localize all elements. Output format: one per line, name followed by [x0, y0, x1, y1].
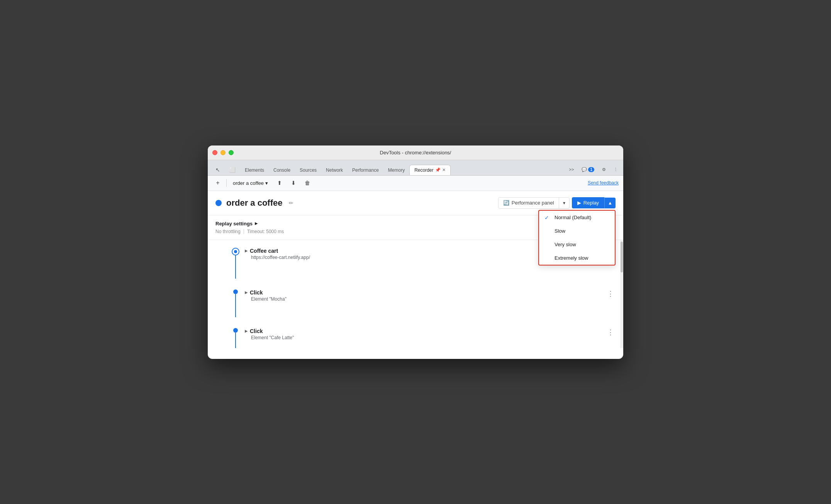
dropdown-item-extremely-slow[interactable]: Extremely slow — [539, 251, 615, 265]
step-2-timeline — [231, 289, 240, 317]
performance-tab-label: Performance — [352, 167, 379, 173]
perf-panel-icon: 🔄 — [503, 200, 509, 206]
perf-panel-label: Performance panel — [512, 200, 554, 206]
scrollbar[interactable] — [620, 240, 623, 348]
recording-name: order a coffee — [233, 180, 264, 186]
checkmark-icon: ✓ — [544, 215, 549, 221]
replay-label: Replay — [583, 200, 599, 206]
toolbar-divider — [226, 179, 227, 187]
step-2-title-row: ▶ Click — [245, 289, 605, 296]
dropdown-item-normal[interactable]: ✓ Normal (Default) — [539, 211, 615, 224]
step-1-expand-icon[interactable]: ▶ — [245, 249, 248, 253]
tab-bar-right: >> 💬 1 ⚙ ⋮ — [567, 166, 620, 175]
recording-selector[interactable]: order a coffee ▾ — [230, 179, 271, 188]
edit-title-icon[interactable]: ✏ — [289, 200, 293, 206]
step-3-title: Click — [250, 328, 263, 334]
add-icon: + — [216, 179, 219, 186]
tab-recorder[interactable]: Recorder 📌 ✕ — [409, 165, 450, 175]
dropdown-item-very-slow[interactable]: Very slow — [539, 238, 615, 251]
tab-memory[interactable]: Memory — [383, 165, 409, 175]
dropdown-slow-label: Slow — [555, 228, 565, 234]
pin-icon: 📌 — [435, 167, 441, 173]
close-tab-icon[interactable]: ✕ — [442, 167, 446, 173]
scrollbar-thumb[interactable] — [621, 242, 623, 272]
chat-icon: 💬 — [582, 167, 587, 172]
settings-expand-icon: ▶ — [255, 222, 258, 225]
step-3-timeline — [231, 328, 240, 348]
recording-indicator — [215, 200, 222, 206]
step-3-more-button[interactable]: ⋮ — [605, 328, 616, 337]
dropdown-arrow-icon: ▾ — [265, 180, 268, 186]
step-row-2: ▶ Click Element "Mocha" ⋮ — [231, 289, 616, 317]
title-bar: DevTools - chrome://extensions/ — [208, 145, 623, 160]
devtools-window: DevTools - chrome://extensions/ ↖ ⬜ Elem… — [208, 145, 623, 359]
step-row-3: ▶ Click Element "Cafe Latte" ⋮ — [231, 328, 616, 348]
step-3-subtitle: Element "Cafe Latte" — [251, 335, 605, 340]
step-2-line — [235, 294, 236, 317]
step-2-more-button[interactable]: ⋮ — [605, 289, 616, 298]
perf-dropdown-arrow-icon: ▾ — [563, 200, 565, 206]
step-3-expand-icon[interactable]: ▶ — [245, 329, 248, 333]
replay-button[interactable]: ▶ Replay — [572, 197, 604, 208]
recorder-tab-label: Recorder — [414, 167, 433, 173]
performance-panel-button[interactable]: 🔄 Performance panel — [499, 198, 559, 208]
inspect-icon: ⬜ — [229, 167, 236, 173]
step-3-line — [235, 333, 236, 348]
replay-dropdown-arrow-icon: ▲ — [608, 200, 612, 206]
cursor-icon: ↖ — [215, 167, 220, 173]
close-button[interactable] — [212, 150, 217, 155]
main-content: order a coffee ✏ 🔄 Performance panel ▾ — [208, 191, 623, 348]
timeout-label: Timeout: 5000 ms — [247, 229, 284, 234]
network-tab-label: Network — [326, 167, 343, 173]
import-button[interactable]: ⬇ — [288, 178, 299, 188]
export-button[interactable]: ⬆ — [274, 178, 285, 188]
recorder-toolbar: + order a coffee ▾ ⬆ ⬇ 🗑 Send feedback — [208, 176, 623, 191]
send-feedback-link[interactable]: Send feedback — [588, 180, 619, 186]
dropdown-item-slow[interactable]: Slow — [539, 224, 615, 238]
console-tab-label: Console — [273, 167, 290, 173]
maximize-button[interactable] — [229, 150, 234, 155]
tab-bar: ↖ ⬜ Elements Console Sources Network Per… — [208, 160, 623, 176]
window-title: DevTools - chrome://extensions/ — [380, 150, 451, 156]
dropdown-normal-label: Normal (Default) — [555, 215, 591, 220]
delete-icon: 🗑 — [305, 180, 310, 186]
tab-sources[interactable]: Sources — [295, 165, 321, 175]
header-actions: 🔄 Performance panel ▾ ▶ Replay ▲ — [498, 197, 616, 209]
tab-performance[interactable]: Performance — [348, 165, 383, 175]
step-2-content: ▶ Click Element "Mocha" — [245, 289, 605, 302]
settings-button[interactable]: ⚙ — [600, 166, 608, 174]
more-options-icon: ⋮ — [614, 167, 618, 172]
tab-network[interactable]: Network — [321, 165, 348, 175]
chat-button[interactable]: 💬 1 — [579, 166, 597, 174]
perf-panel-dropdown-button[interactable]: ▾ — [559, 198, 569, 208]
step-1-title: Coffee cart — [250, 248, 278, 254]
step-1-circle-inner — [234, 250, 237, 253]
step-1-circle — [232, 248, 239, 255]
export-icon: ⬆ — [277, 180, 282, 186]
settings-info-divider — [244, 229, 244, 234]
settings-icon: ⚙ — [602, 167, 606, 172]
memory-tab-label: Memory — [388, 167, 405, 173]
step-2-expand-icon[interactable]: ▶ — [245, 291, 248, 294]
step-1-line — [235, 255, 236, 279]
add-recording-button[interactable]: + — [212, 178, 223, 188]
recording-title: order a coffee — [226, 198, 283, 208]
step-2-title: Click — [250, 289, 263, 296]
replay-dropdown-button[interactable]: ▲ — [604, 198, 616, 208]
minimize-button[interactable] — [220, 150, 226, 155]
tab-cursor-tool[interactable]: ↖ — [211, 164, 225, 175]
step-2-dot — [233, 289, 238, 294]
elements-tab-label: Elements — [245, 167, 264, 173]
sources-tab-label: Sources — [300, 167, 317, 173]
traffic-lights — [212, 150, 234, 155]
throttling-label: No throttling — [215, 229, 241, 234]
step-3-content: ▶ Click Element "Cafe Latte" — [245, 328, 605, 340]
more-tabs-button[interactable]: >> — [567, 166, 577, 173]
tab-inspect-tool[interactable]: ⬜ — [225, 165, 240, 175]
delete-button[interactable]: 🗑 — [302, 178, 313, 188]
step-2-subtitle: Element "Mocha" — [251, 296, 605, 302]
more-tabs-icon: >> — [569, 167, 574, 172]
tab-console[interactable]: Console — [269, 165, 295, 175]
tab-elements[interactable]: Elements — [240, 165, 269, 175]
more-options-button[interactable]: ⋮ — [611, 166, 620, 174]
